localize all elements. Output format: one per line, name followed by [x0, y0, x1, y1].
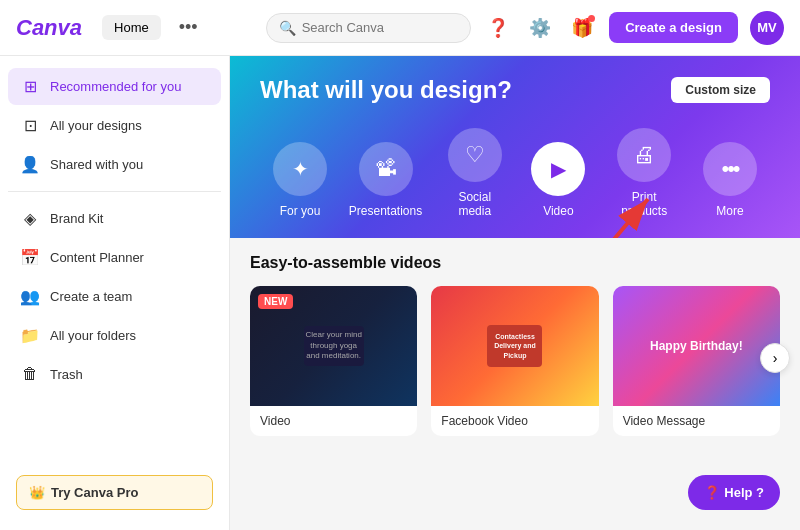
category-more[interactable]: ••• More: [690, 134, 770, 226]
for-you-icon-circle: ✦: [273, 142, 327, 196]
folders-icon: 📁: [20, 326, 40, 345]
home-button[interactable]: Home: [102, 15, 161, 40]
sidebar-item-all-designs[interactable]: ⊡ All your designs: [8, 107, 221, 144]
scroll-right-button[interactable]: ›: [760, 343, 790, 373]
sidebar-item-brand-kit[interactable]: ◈ Brand Kit: [8, 200, 221, 237]
settings-icon-button[interactable]: ⚙️: [525, 13, 555, 43]
card-video[interactable]: Clear your mind through yoga and meditat…: [250, 286, 417, 436]
more-dots-icon: •••: [721, 156, 738, 182]
help-button[interactable]: ❓ Help ?: [688, 475, 780, 510]
card-video-message-label: Video Message: [613, 406, 780, 436]
hero-title-row: What will you design? Custom size: [260, 76, 770, 104]
help-label: Help ?: [724, 485, 764, 500]
sidebar-item-label: Shared with you: [50, 157, 143, 172]
category-row: ✦ For you 📽 Presentations ♡ Social media: [260, 120, 770, 238]
main-layout: ⊞ Recommended for you ⊡ All your designs…: [0, 56, 800, 530]
more-options-button[interactable]: •••: [173, 13, 204, 42]
logo-text: Canva: [16, 15, 82, 41]
hero-title-text: What will you design?: [260, 76, 512, 104]
category-for-you-label: For you: [280, 204, 321, 218]
crown-icon: 👑: [29, 485, 45, 500]
card-mock-text-2: Contactless Delivery and Pickup: [491, 332, 538, 359]
sidebar-item-folders[interactable]: 📁 All your folders: [8, 317, 221, 354]
easy-videos-section: Easy-to-assemble videos Clear your mind …: [230, 238, 800, 452]
sidebar-item-label: Trash: [50, 367, 83, 382]
help-icon: ❓: [704, 485, 720, 500]
sidebar-item-create-team[interactable]: 👥 Create a team: [8, 278, 221, 315]
category-video[interactable]: ▶ Video: [518, 134, 598, 226]
sidebar-item-label: Recommended for you: [50, 79, 182, 94]
print-icon: 🖨: [633, 142, 655, 168]
card-facebook-video[interactable]: Contactless Delivery and Pickup Facebook…: [431, 286, 598, 436]
shared-icon: 👤: [20, 155, 40, 174]
search-bar: 🔍: [266, 13, 472, 43]
brand-kit-icon: ◈: [20, 209, 40, 228]
card-facebook-label: Facebook Video: [431, 406, 598, 436]
recommended-icon: ⊞: [20, 77, 40, 96]
content-planner-icon: 📅: [20, 248, 40, 267]
category-video-label: Video: [543, 204, 573, 218]
main-content: What will you design? Custom size ✦ For …: [230, 56, 800, 530]
create-team-icon: 👥: [20, 287, 40, 306]
category-social-media-label: Social media: [447, 190, 502, 218]
help-icon-button[interactable]: ❓: [483, 13, 513, 43]
sidebar-item-label: Content Planner: [50, 250, 144, 265]
logo: Canva: [16, 15, 82, 41]
category-for-you[interactable]: ✦ For you: [260, 134, 340, 226]
card-mock-content: Clear your mind through yoga and meditat…: [296, 318, 372, 374]
search-icon: 🔍: [279, 20, 296, 36]
all-designs-icon: ⊡: [20, 116, 40, 135]
notification-dot: [588, 15, 595, 22]
trash-icon: 🗑: [20, 365, 40, 383]
print-icon-circle: 🖨: [617, 128, 671, 182]
category-presentations[interactable]: 📽 Presentations: [340, 134, 431, 226]
category-presentations-label: Presentations: [349, 204, 422, 218]
sidebar-item-label: Create a team: [50, 289, 132, 304]
presentations-icon-circle: 📽: [359, 142, 413, 196]
category-print-products-label: Print products: [614, 190, 674, 218]
card-mock-text: Clear your mind through yoga and meditat…: [304, 330, 364, 361]
sidebar-item-label: Brand Kit: [50, 211, 103, 226]
card-row: Clear your mind through yoga and meditat…: [250, 286, 780, 436]
sidebar-item-shared[interactable]: 👤 Shared with you: [8, 146, 221, 183]
hero-banner: What will you design? Custom size ✦ For …: [230, 56, 800, 238]
category-social-media[interactable]: ♡ Social media: [431, 120, 518, 226]
avatar[interactable]: MV: [750, 11, 784, 45]
card-facebook-thumbnail: Contactless Delivery and Pickup: [431, 286, 598, 406]
new-badge: NEW: [258, 294, 293, 309]
card-video-label: Video: [250, 406, 417, 436]
more-icon-circle: •••: [703, 142, 757, 196]
sidebar-item-label: All your folders: [50, 328, 136, 343]
category-print-products[interactable]: 🖨 Print products: [598, 120, 690, 226]
card-mock-content-2: Contactless Delivery and Pickup: [479, 317, 550, 375]
sparkle-icon: ✦: [292, 157, 309, 181]
category-more-label: More: [716, 204, 743, 218]
try-pro-button[interactable]: 👑 Try Canva Pro: [16, 475, 213, 510]
custom-size-button[interactable]: Custom size: [671, 77, 770, 103]
presentation-icon: 📽: [375, 156, 397, 182]
sidebar-divider: [8, 191, 221, 192]
heart-icon: ♡: [465, 142, 485, 168]
section-title: Easy-to-assemble videos: [250, 254, 780, 272]
sidebar-item-recommended[interactable]: ⊞ Recommended for you: [8, 68, 221, 105]
header-icons: ❓ ⚙️ 🎁 Create a design MV: [483, 11, 784, 45]
sidebar: ⊞ Recommended for you ⊡ All your designs…: [0, 56, 230, 530]
create-design-button[interactable]: Create a design: [609, 12, 738, 43]
try-pro-label: Try Canva Pro: [51, 485, 138, 500]
sidebar-item-trash[interactable]: 🗑 Trash: [8, 356, 221, 392]
card-mock-text-3: Happy Birthday!: [650, 339, 743, 353]
card-video-message[interactable]: Happy Birthday! Video Message: [613, 286, 780, 436]
video-icon: ▶: [551, 157, 566, 181]
card-video-message-thumbnail: Happy Birthday!: [613, 286, 780, 406]
search-input[interactable]: [302, 20, 459, 35]
social-media-icon-circle: ♡: [448, 128, 502, 182]
video-icon-circle: ▶: [531, 142, 585, 196]
header: Canva Home ••• 🔍 ❓ ⚙️ 🎁 Create a design …: [0, 0, 800, 56]
sidebar-item-label: All your designs: [50, 118, 142, 133]
sidebar-item-content-planner[interactable]: 📅 Content Planner: [8, 239, 221, 276]
gift-icon-button[interactable]: 🎁: [567, 13, 597, 43]
card-mock-content-3: Happy Birthday!: [650, 339, 743, 353]
